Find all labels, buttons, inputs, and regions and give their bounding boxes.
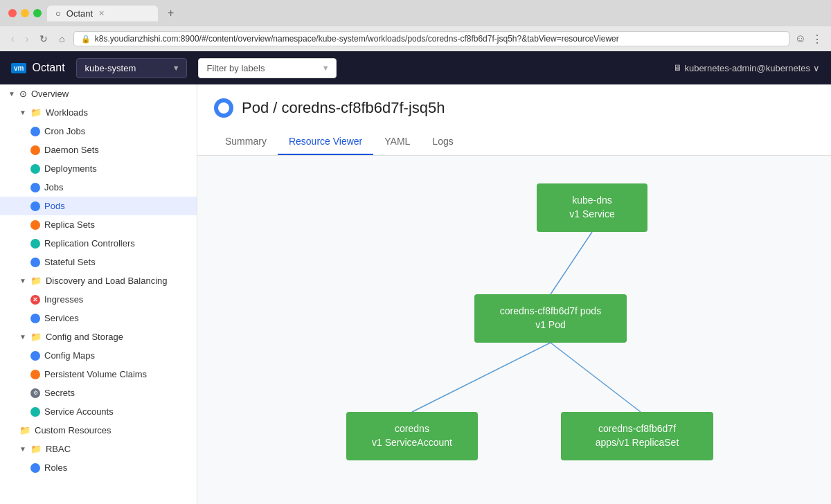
sidebar-item-replicasets[interactable]: Replica Sets	[0, 215, 197, 234]
refresh-button[interactable]: ↻	[37, 32, 51, 46]
sidebar-config-label: Config and Storage	[46, 332, 123, 342]
sidebar-serviceaccounts-label: Service Accounts	[44, 406, 114, 417]
username: kubernetes-admin@kubernetes	[684, 63, 810, 73]
browser-tab[interactable]: ○ Octant ✕	[47, 6, 158, 21]
resource-viewer: kube-dnsv1 Service coredns-cf8fb6d7f pod…	[197, 156, 831, 504]
services-icon	[30, 314, 40, 323]
user-menu[interactable]: 🖥 kubernetes-admin@kubernetes ∨	[673, 63, 820, 73]
tab-resource-viewer[interactable]: Resource Viewer	[278, 129, 373, 155]
sidebar-item-configmaps[interactable]: Config Maps	[0, 346, 197, 365]
sidebar-pvc-label: Persistent Volume Claims	[44, 369, 147, 379]
content-header: Pod / coredns-cf8fb6d7f-jsq5h Summary Re…	[197, 84, 831, 156]
tab-summary[interactable]: Summary	[214, 129, 278, 155]
sidebar-item-pods[interactable]: Pods	[0, 197, 197, 215]
user-chevron-icon: ∨	[813, 63, 820, 73]
daemonsets-icon	[30, 145, 40, 155]
sidebar-replicationcontrollers-label: Replication Controllers	[44, 238, 135, 249]
jobs-icon	[30, 183, 40, 192]
main-content: Pod / coredns-cf8fb6d7f-jsq5h Summary Re…	[197, 84, 831, 504]
sidebar-item-overview-label: Overview	[31, 89, 69, 99]
tab-logs[interactable]: Logs	[421, 129, 464, 155]
sidebar-pods-label: Pods	[44, 201, 65, 211]
graph-container: kube-dnsv1 Service coredns-cf8fb6d7f pod…	[211, 170, 817, 502]
topnav: vm Octant kube-system ▼ Filter by labels…	[0, 51, 831, 84]
sidebar-section-customresources[interactable]: 📁 Custom Resources	[0, 421, 197, 440]
sidebar-deployments-label: Deployments	[44, 163, 97, 174]
titlebar: ○ Octant ✕ +	[0, 0, 831, 26]
namespace-select[interactable]: kube-system	[76, 58, 187, 78]
app-name: Octant	[32, 62, 64, 74]
node-coredns-sa[interactable]: corednsv1 ServiceAccount	[346, 412, 478, 460]
pods-icon	[30, 201, 40, 211]
tab-yaml[interactable]: YAML	[373, 129, 421, 155]
minimize-dot[interactable]	[21, 9, 29, 17]
overview-chevron-icon	[8, 90, 15, 98]
browser-chrome: ○ Octant ✕ + ‹ › ↻ ⌂ 🔒 k8s.youdianzhishi…	[0, 0, 831, 51]
maximize-dot[interactable]	[33, 9, 42, 17]
configmaps-icon	[30, 351, 40, 361]
sidebar-item-services[interactable]: Services	[0, 309, 197, 327]
main-layout: ⊙ Overview 📁 Workloads Cron Jobs Daemon …	[0, 84, 831, 504]
menu-button[interactable]: ⋮	[812, 33, 823, 46]
sidebar-item-deployments[interactable]: Deployments	[0, 159, 197, 178]
tabs: Summary Resource Viewer YAML Logs	[214, 129, 814, 155]
sidebar-item-ingresses[interactable]: ✕ Ingresses	[0, 290, 197, 309]
sidebar-section-rbac[interactable]: 📁 RBAC	[0, 440, 197, 458]
svg-line-2	[551, 343, 641, 412]
lock-icon: 🔒	[81, 35, 91, 44]
config-folder-icon: 📁	[30, 332, 42, 342]
sidebar-item-daemonsets[interactable]: Daemon Sets	[0, 141, 197, 159]
back-button[interactable]: ‹	[8, 32, 17, 46]
sidebar-services-label: Services	[44, 313, 79, 323]
extensions-button[interactable]: ☺	[795, 33, 806, 45]
discovery-folder-icon: 📁	[30, 276, 42, 286]
node-coredns-pod[interactable]: coredns-cf8fb6d7f podsv1 Pod	[474, 294, 627, 343]
overview-icon: ⊙	[19, 89, 27, 99]
forward-button[interactable]: ›	[23, 32, 32, 46]
sidebar: ⊙ Overview 📁 Workloads Cron Jobs Daemon …	[0, 84, 197, 504]
node-kube-dns[interactable]: kube-dnsv1 Service	[537, 183, 647, 232]
url-bar[interactable]: 🔒 k8s.youdianzhishi.com:8900/#/content/o…	[73, 31, 789, 46]
app: vm Octant kube-system ▼ Filter by labels…	[0, 51, 831, 504]
sidebar-configmaps-label: Config Maps	[44, 350, 95, 361]
tab-close-icon[interactable]: ✕	[98, 9, 105, 18]
new-tab-button[interactable]: +	[163, 7, 178, 19]
home-button[interactable]: ⌂	[56, 32, 67, 46]
addressbar: ‹ › ↻ ⌂ 🔒 k8s.youdianzhishi.com:8900/#/c…	[0, 26, 831, 51]
filter-select[interactable]: Filter by labels	[198, 58, 337, 78]
sidebar-item-roles[interactable]: Roles	[0, 458, 197, 477]
tab-favicon: ○	[55, 8, 61, 19]
sidebar-statefulsets-label: Stateful Sets	[44, 257, 96, 267]
sidebar-item-replicationcontrollers[interactable]: Replication Controllers	[0, 234, 197, 253]
sidebar-item-secrets[interactable]: ⚙ Secrets	[0, 384, 197, 402]
cronjobs-icon	[30, 127, 40, 136]
discovery-chevron-icon	[19, 277, 26, 285]
page-title: Pod / coredns-cf8fb6d7f-jsq5h	[242, 99, 445, 117]
workloads-chevron-icon	[19, 109, 26, 116]
sidebar-section-workloads[interactable]: 📁 Workloads	[0, 103, 197, 122]
pvc-icon	[30, 370, 40, 379]
brand: vm Octant	[11, 62, 65, 74]
statefulsets-icon	[30, 258, 40, 267]
label-filter[interactable]: Filter by labels ▼	[198, 58, 337, 78]
sidebar-item-serviceaccounts[interactable]: Service Accounts	[0, 402, 197, 421]
sidebar-item-overview[interactable]: ⊙ Overview	[0, 84, 197, 103]
sidebar-item-jobs[interactable]: Jobs	[0, 178, 197, 197]
sidebar-section-config[interactable]: 📁 Config and Storage	[0, 327, 197, 346]
config-chevron-icon	[19, 333, 26, 341]
namespace-selector[interactable]: kube-system ▼	[76, 58, 187, 78]
workloads-folder-icon: 📁	[30, 107, 42, 118]
sidebar-item-cronjobs[interactable]: Cron Jobs	[0, 122, 197, 141]
page-title-row: Pod / coredns-cf8fb6d7f-jsq5h	[214, 98, 814, 118]
sidebar-roles-label: Roles	[44, 462, 67, 473]
sidebar-item-statefulsets[interactable]: Stateful Sets	[0, 253, 197, 271]
sidebar-replicasets-label: Replica Sets	[44, 219, 95, 230]
close-dot[interactable]	[8, 9, 17, 17]
sidebar-item-pvc[interactable]: Persistent Volume Claims	[0, 365, 197, 384]
window-controls	[8, 9, 42, 17]
sidebar-section-discovery[interactable]: 📁 Discovery and Load Balancing	[0, 271, 197, 290]
serviceaccounts-icon	[30, 407, 40, 417]
sidebar-discovery-label: Discovery and Load Balancing	[46, 276, 168, 286]
node-coredns-rs[interactable]: coredns-cf8fb6d7fapps/v1 ReplicaSet	[561, 412, 713, 460]
vm-logo: vm	[11, 63, 26, 73]
